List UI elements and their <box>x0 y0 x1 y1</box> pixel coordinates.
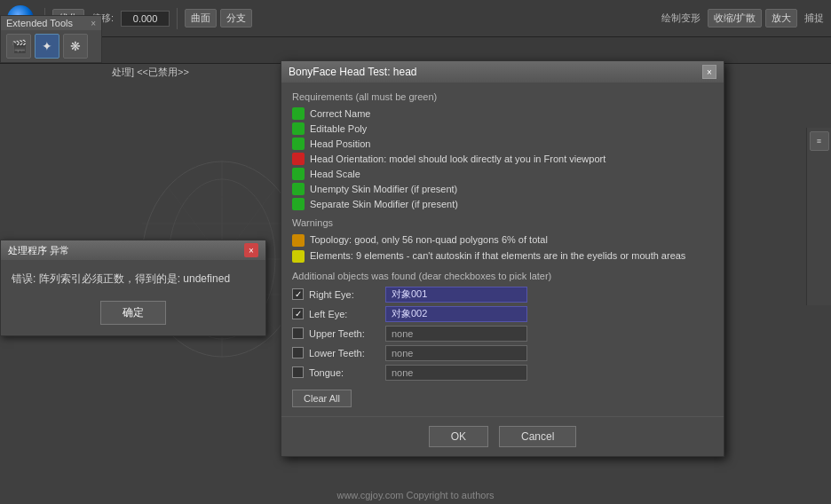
requirements-label: Requirements (all must be green) <box>292 91 713 102</box>
bonyface-close-button[interactable]: × <box>702 65 716 79</box>
upper-teeth-checkbox[interactable] <box>292 327 304 339</box>
extended-tools-title-bar: Extended Tools × <box>1 16 101 30</box>
lower-teeth-label: Lower Teeth: <box>309 348 380 358</box>
error-message: 错误: 阵列索引必须正数，得到的是: undefined <box>12 271 255 287</box>
additional-row-2: Upper Teeth: <box>292 326 713 342</box>
shrink-button[interactable]: 收缩/扩散 <box>708 9 762 28</box>
right-sidebar: ≡ <box>806 128 831 305</box>
warn-indicator-1 <box>292 250 305 263</box>
req-indicator-4 <box>292 168 305 180</box>
req-row-2: Head Position <box>292 138 713 150</box>
additional-row-4: Tongue: <box>292 365 713 381</box>
left-eye-checkbox[interactable] <box>292 308 304 319</box>
req-indicator-1 <box>292 122 305 135</box>
process-label: 处理] <box>112 67 134 77</box>
warn-text-1: Elements: 9 elements - can't autoskin if… <box>310 249 685 263</box>
right-eye-checkbox[interactable] <box>292 288 304 300</box>
tongue-checkbox[interactable] <box>292 366 304 378</box>
tool-icon-2[interactable]: ✦ <box>35 34 59 59</box>
req-text-3: Head Orientation: model should look dire… <box>310 154 605 164</box>
req-row-1: Editable Poly <box>292 122 713 135</box>
tongue-label: Tongue: <box>309 367 380 378</box>
requirements-list: Correct Name Editable Poly Head Position… <box>292 107 713 210</box>
error-dialog-title-text: 处理程序 异常 <box>8 244 69 257</box>
lower-teeth-input[interactable] <box>385 345 527 361</box>
req-indicator-5 <box>292 183 305 195</box>
req-row-6: Separate Skin Modifier (if present) <box>292 198 713 210</box>
req-text-0: Correct Name <box>310 108 370 119</box>
capture-label: 捕捉 <box>801 12 827 25</box>
top-right-buttons: 绘制变形 收缩/扩散 放大 捕捉 <box>658 9 827 28</box>
dialog-footer: OK Cancel <box>281 416 724 456</box>
req-row-4: Head Scale <box>292 168 713 180</box>
surface-button[interactable]: 曲面 <box>185 9 217 28</box>
tongue-input[interactable] <box>385 365 527 381</box>
req-row-0: Correct Name <box>292 107 713 120</box>
cancel-button[interactable]: Cancel <box>499 426 576 447</box>
bonyface-dialog: BonyFace Head Test: head × Requirements … <box>281 60 724 457</box>
ok-button[interactable]: OK <box>429 426 488 447</box>
branch-button[interactable]: 分支 <box>220 9 252 28</box>
status-bar: 处理] <<已禁用>> <box>107 64 194 81</box>
error-ok-button[interactable]: 确定 <box>100 301 166 325</box>
status-text: <<已禁用>> <box>137 67 189 77</box>
extended-tools-panel: Extended Tools × 🎬 ✦ ❋ <box>0 15 102 63</box>
req-text-6: Separate Skin Modifier (if present) <box>310 199 458 209</box>
warnings-label: Warnings <box>292 217 713 228</box>
bonyface-body: Requirements (all must be green) Correct… <box>281 83 724 416</box>
extended-tools-close[interactable]: × <box>91 19 96 28</box>
error-dialog-title-bar: 处理程序 异常 × <box>1 240 265 260</box>
clear-all-button[interactable]: Clear All <box>292 390 352 407</box>
tool-icon-1[interactable]: 🎬 <box>6 34 31 59</box>
toolbar-divider-2 <box>177 8 178 29</box>
error-dialog: 处理程序 异常 × 错误: 阵列索引必须正数，得到的是: undefined 确… <box>0 240 266 336</box>
req-text-5: Unempty Skin Modifier (if present) <box>310 184 457 194</box>
left-eye-input[interactable] <box>385 306 527 322</box>
left-eye-label: Left Eye: <box>309 309 380 319</box>
warnings-section: Warnings Topology: good, only 56 non-qua… <box>292 217 713 264</box>
req-text-4: Head Scale <box>310 169 360 179</box>
upper-teeth-label: Upper Teeth: <box>309 328 380 339</box>
warn-text-0: Topology: good, only 56 non-quad polygon… <box>310 233 548 247</box>
req-text-1: Editable Poly <box>310 123 367 134</box>
warn-row-0: Topology: good, only 56 non-quad polygon… <box>292 233 713 247</box>
req-indicator-6 <box>292 198 305 210</box>
top-toolbar: 优化 偏移: 曲面 分支 绘制变形 收缩/扩散 放大 捕捉 <box>0 0 831 37</box>
lower-teeth-checkbox[interactable] <box>292 347 304 358</box>
sidebar-btn-1[interactable]: ≡ <box>810 131 829 151</box>
draw-label: 绘制变形 <box>658 12 704 25</box>
bonyface-title-bar: BonyFace Head Test: head × <box>281 61 724 83</box>
req-indicator-2 <box>292 138 305 150</box>
right-eye-input[interactable] <box>385 287 527 303</box>
additional-row-1: Left Eye: <box>292 306 713 322</box>
offset-input[interactable] <box>121 11 170 27</box>
additional-row-0: Right Eye: <box>292 287 713 303</box>
tool-icon-3[interactable]: ❋ <box>63 34 88 59</box>
zoom-button[interactable]: 放大 <box>765 9 797 28</box>
req-row-5: Unempty Skin Modifier (if present) <box>292 183 713 195</box>
req-row-3: Head Orientation: model should look dire… <box>292 153 713 165</box>
error-close-button[interactable]: × <box>244 243 258 257</box>
extended-tools-icons: 🎬 ✦ ❋ <box>1 30 101 62</box>
bonyface-title-text: BonyFace Head Test: head <box>289 66 417 78</box>
req-indicator-3 <box>292 153 305 165</box>
extended-tools-label: Extended Tools <box>6 18 73 28</box>
req-text-2: Head Position <box>310 138 371 149</box>
additional-label: Additional objects was found (dear check… <box>292 271 713 281</box>
additional-section: Additional objects was found (dear check… <box>292 271 713 407</box>
right-eye-label: Right Eye: <box>309 289 380 300</box>
warn-row-1: Elements: 9 elements - can't autoskin if… <box>292 249 713 263</box>
additional-row-3: Lower Teeth: <box>292 345 713 361</box>
upper-teeth-input[interactable] <box>385 326 527 342</box>
warn-indicator-0 <box>292 234 305 247</box>
req-indicator-0 <box>292 107 305 120</box>
error-body: 错误: 阵列索引必须正数，得到的是: undefined 确定 <box>1 260 265 335</box>
